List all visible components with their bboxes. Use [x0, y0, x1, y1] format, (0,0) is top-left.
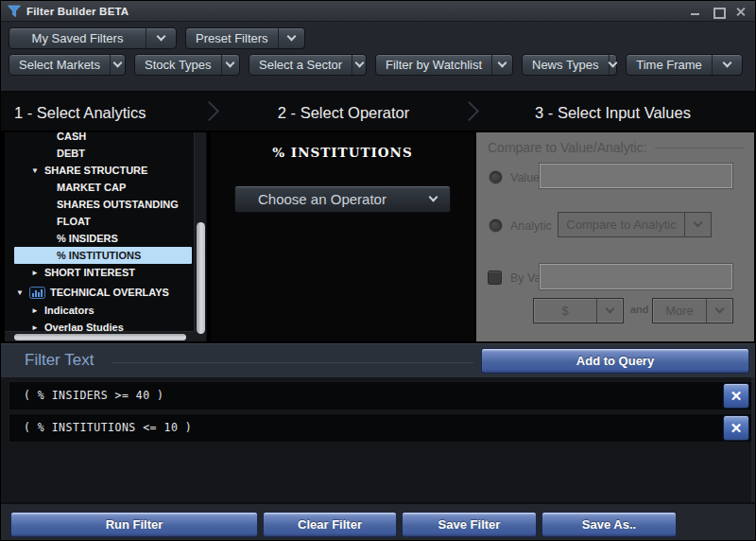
- builder-panels: CASHDEBT▼SHARE STRUCTUREMARKET CAPSHARES…: [1, 131, 755, 343]
- value-radio: [490, 171, 502, 183]
- chevron-down-icon: [416, 198, 450, 201]
- tree-item-technical-overlays[interactable]: ▼TECHNICAL OVERLAYS: [5, 284, 207, 301]
- input-values-panel: Compare to Value/Analytic: Value Analyti…: [476, 132, 754, 341]
- window-controls: [689, 1, 747, 22]
- step-select-analytics: 1 - Select Analytics: [14, 93, 146, 132]
- tree-vertical-scrollbar[interactable]: [194, 132, 206, 341]
- news-types-dropdown[interactable]: News Types: [522, 54, 617, 76]
- tree-item-cash[interactable]: CASH: [5, 132, 207, 145]
- minimize-icon[interactable]: [689, 5, 702, 18]
- remove-row-button[interactable]: ✕: [723, 415, 749, 441]
- save-as-button[interactable]: Save As..: [541, 512, 677, 537]
- tree-item-float[interactable]: FLOAT: [5, 213, 207, 230]
- tree-item-insiders[interactable]: % INSIDERS: [5, 230, 207, 247]
- news-types-label: News Types: [523, 55, 609, 75]
- unit-dropdown: $: [533, 298, 624, 323]
- tree-item-label: CASH: [57, 132, 86, 142]
- filter-text-heading: Filter Text: [25, 344, 94, 378]
- filter-builder-window: Filter Builder BETA My Saved Filters Pre…: [0, 0, 756, 541]
- tree-item-label: DEBT: [57, 148, 85, 159]
- select-sector-label: Select a Sector: [249, 55, 352, 75]
- query-row-text: ( % INSTITUTIONS <= 10 ): [24, 414, 192, 442]
- select-markets-dropdown[interactable]: Select Markets: [9, 54, 126, 76]
- maximize-icon[interactable]: [712, 5, 725, 18]
- chevron-down-icon: [352, 55, 366, 75]
- chevron-down-icon: [278, 28, 304, 48]
- tree-item-label: SHORT INTEREST: [44, 267, 135, 278]
- steps-header: 1 - Select Analytics 2 - Select Operator…: [1, 91, 755, 131]
- filter-by-watchlist-label: Filter by Watchlist: [376, 55, 491, 75]
- tree-item-label: SHARE STRUCTURE: [44, 165, 147, 176]
- tree-item-shares-outstanding[interactable]: SHARES OUTSTANDING: [5, 196, 207, 213]
- tree-item-share-structure[interactable]: ▼SHARE STRUCTURE: [5, 162, 207, 179]
- market-filters-row: Select Markets Stock Types Select a Sect…: [9, 54, 743, 76]
- my-saved-filters-dropdown[interactable]: My Saved Filters: [9, 27, 177, 49]
- compare-to-analytic-dropdown: Compare to Analytic: [558, 212, 712, 237]
- tree-item-indicators[interactable]: ►Indicators: [5, 302, 207, 319]
- scrollbar-thumb[interactable]: [197, 222, 205, 334]
- expanded-arrow-icon[interactable]: ▼: [16, 288, 29, 297]
- expanded-arrow-icon[interactable]: ▼: [31, 166, 44, 175]
- compare-to-analytic-label: Compare to Analytic: [558, 213, 684, 236]
- by-value-checkbox: [489, 271, 501, 284]
- step-select-input-values: 3 - Select Input Values: [473, 93, 752, 132]
- analytics-tree: CASHDEBT▼SHARE STRUCTUREMARKET CAPSHARES…: [5, 132, 207, 336]
- query-row-text: ( % INSIDERS >= 40 ): [24, 382, 163, 410]
- add-to-query-button[interactable]: Add to Query: [481, 348, 749, 374]
- tree-item-label: SHARES OUTSTANDING: [57, 199, 179, 210]
- heading-divider: [112, 362, 473, 363]
- tree-item-label: % INSIDERS: [57, 233, 118, 244]
- chevron-down-icon: [596, 299, 623, 323]
- time-frame-label: Time Frame: [627, 55, 712, 75]
- time-frame-dropdown[interactable]: Time Frame: [626, 54, 743, 76]
- chevron-down-icon: [712, 55, 742, 75]
- chevron-down-icon: [684, 213, 711, 236]
- tree-item-institutions[interactable]: % INSTITUTIONS: [14, 247, 192, 264]
- funnel-icon: [8, 5, 21, 18]
- filter-text-bar: Filter Text Add to Query: [1, 343, 755, 377]
- toolbar: My Saved Filters Preset Filters Select M…: [1, 22, 755, 91]
- select-markets-label: Select Markets: [9, 55, 110, 75]
- filter-by-watchlist-dropdown[interactable]: Filter by Watchlist: [375, 54, 513, 76]
- chevron-down-icon: [491, 55, 512, 75]
- tree-item-market-cap[interactable]: MARKET CAP: [5, 179, 207, 196]
- choose-operator-dropdown[interactable]: Choose an Operator: [234, 185, 451, 213]
- value-radio-label: Value: [510, 171, 540, 184]
- choose-operator-label: Choose an Operator: [235, 191, 416, 207]
- chevron-down-icon: [221, 55, 239, 75]
- chevron-down-icon: [146, 28, 176, 48]
- select-sector-dropdown[interactable]: Select a Sector: [249, 54, 367, 76]
- by-value-input: [540, 264, 732, 289]
- unit-dropdown-label: $: [534, 299, 596, 323]
- tree-item-label: FLOAT: [57, 216, 91, 227]
- tree-item-label: Indicators: [44, 305, 94, 316]
- preset-filters-dropdown[interactable]: Preset Filters: [185, 27, 305, 49]
- tree-item-label: % INSTITUTIONS: [57, 250, 141, 261]
- compare-heading-row: Compare to Value/Analytic:: [488, 140, 745, 155]
- tree-item-debt[interactable]: DEBT: [5, 145, 207, 162]
- analytics-tree-panel: CASHDEBT▼SHARE STRUCTUREMARKET CAPSHARES…: [5, 132, 207, 341]
- operator-panel: % INSTITUTIONS Choose an Operator: [211, 132, 474, 341]
- stock-types-label: Stock Types: [135, 55, 221, 75]
- stock-types-dropdown[interactable]: Stock Types: [134, 54, 240, 76]
- query-rows-area: ( % INSIDERS >= 40 ) ✕ ( % INSTITUTIONS …: [1, 377, 755, 502]
- tree-item-short-interest[interactable]: ►SHORT INTEREST: [5, 264, 207, 281]
- my-saved-filters-label: My Saved Filters: [9, 28, 146, 48]
- query-row: ( % INSTITUTIONS <= 10 ) ✕: [9, 413, 752, 443]
- run-filter-button[interactable]: Run Filter: [10, 512, 258, 537]
- rows-scrollbar-track[interactable]: [751, 377, 755, 502]
- chevron-down-icon: [609, 55, 616, 75]
- bar-chart-icon: [29, 287, 45, 299]
- tree-horizontal-scrollbar[interactable]: [5, 331, 195, 341]
- remove-row-button[interactable]: ✕: [723, 383, 749, 409]
- save-filter-button[interactable]: Save Filter: [402, 512, 537, 537]
- tree-item-label: TECHNICAL OVERLAYS: [50, 287, 169, 298]
- collapsed-arrow-icon[interactable]: ►: [31, 269, 44, 277]
- clear-filter-button[interactable]: Clear Filter: [263, 512, 397, 537]
- close-icon[interactable]: [734, 5, 747, 18]
- scrollbar-thumb[interactable]: [14, 334, 186, 340]
- titlebar[interactable]: Filter Builder BETA: [1, 1, 755, 22]
- analytic-radio-label: Analytic: [510, 219, 552, 233]
- collapsed-arrow-icon[interactable]: ►: [31, 306, 44, 315]
- analytic-radio: [490, 219, 502, 232]
